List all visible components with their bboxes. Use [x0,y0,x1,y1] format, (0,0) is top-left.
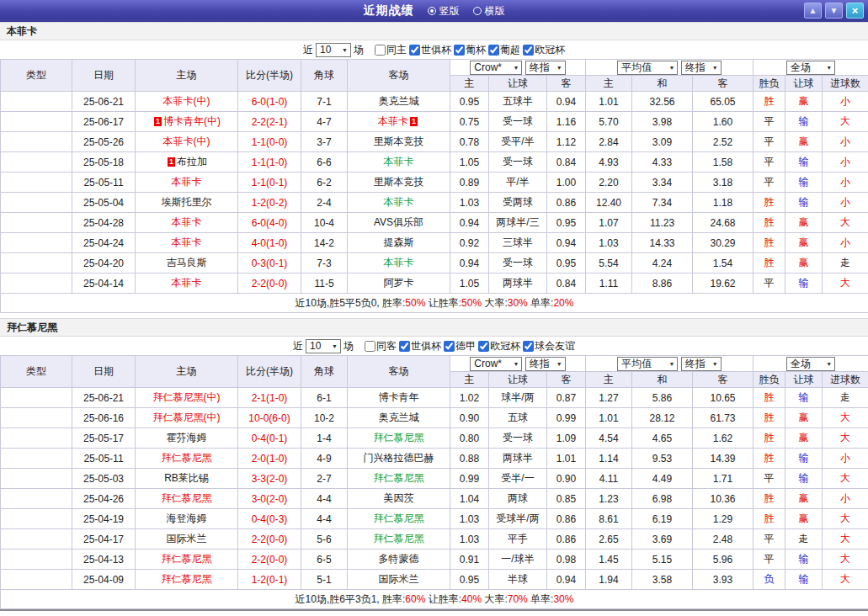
select-value: 平均值 [621,357,652,371]
radio-horizontal[interactable]: 横版 [473,4,505,19]
away-team-cell[interactable]: 奥克兰城 [348,408,450,428]
home-team-name: 本菲卡 [172,176,202,188]
table-row: 德甲25-05-11拜仁慕尼黑2-0(1-0)4-9门兴格拉德巴赫0.88两球半… [1,449,868,469]
away-team-cell[interactable]: 本菲卡 [348,193,450,213]
euro-draw-odds: 4.33 [632,152,693,173]
home-team-cell[interactable]: 本菲卡 [136,173,238,193]
home-team-cell[interactable]: 拜仁慕尼黑(中) [136,408,238,428]
checkbox-input[interactable] [454,45,465,56]
checkbox-input[interactable] [523,45,534,56]
checkbox-input[interactable] [365,341,375,352]
competition-filter-checkbox[interactable]: 世俱杯 [409,43,451,57]
col-header-euro-away: 客 [693,76,754,92]
away-team-cell[interactable]: 提森斯 [348,233,450,253]
away-team-cell[interactable]: 里斯本竞技 [348,132,450,152]
away-team-cell[interactable]: 拜仁慕尼黑 [348,428,450,449]
home-team-cell[interactable]: 拜仁慕尼黑 [136,550,238,570]
checkbox-input[interactable] [399,341,410,352]
match-count-select[interactable]: 10 ▼ [316,43,351,57]
same-venue-checkbox[interactable]: 同主 [375,43,407,57]
scope-select[interactable]: 全场▼ [786,61,835,75]
asian-final-odds-select[interactable]: 终指▼ [525,61,566,75]
euro-home-odds: 1.45 [586,550,632,570]
away-team-cell[interactable]: 本菲卡 [348,253,450,273]
same-venue-checkbox[interactable]: 同客 [365,339,397,353]
checkbox-input[interactable] [488,45,499,56]
checkbox-input[interactable] [444,341,455,352]
competition-filter-checkbox[interactable]: 球会友谊 [523,339,575,353]
asian-final-odds-select[interactable]: 终指▼ [525,357,566,371]
scope-select[interactable]: 全场▼ [786,357,835,371]
away-team-cell[interactable]: 拜仁慕尼黑 [348,529,450,550]
home-team-cell[interactable]: 拜仁慕尼黑 [136,449,238,469]
checkbox-label: 同主 [386,43,407,57]
euro-home-odds: 1.03 [586,233,632,253]
home-team-cell[interactable]: 本菲卡(中) [136,132,238,152]
checkbox-input[interactable] [375,45,386,56]
away-team-cell[interactable]: 拜仁慕尼黑 [348,509,450,529]
home-team-cell[interactable]: 国际米兰 [136,529,238,550]
checkbox-input[interactable] [409,45,420,56]
competition-filter-checkbox[interactable]: 德甲 [444,339,476,353]
away-team-cell[interactable]: 阿罗卡 [348,273,450,294]
euro-average-select[interactable]: 平均值▼ [617,61,678,75]
home-team-cell[interactable]: 1布拉加 [136,152,238,173]
away-team-cell[interactable]: 拜仁慕尼黑 [348,469,450,489]
move-up-button[interactable]: ▲ [804,3,822,19]
checkbox-input[interactable] [523,341,534,352]
result-goals: 大 [823,273,868,294]
select-value: Crow* [474,61,502,73]
home-team-cell[interactable]: 1博卡青年(中) [136,112,238,132]
close-button[interactable]: × [846,3,864,19]
away-team-cell[interactable]: 多特蒙德 [348,550,450,570]
home-team-cell[interactable]: 吉马良斯 [136,253,238,273]
competition-filter-checkbox[interactable]: 葡杯 [454,43,486,57]
radio-vertical[interactable]: 竖版 [428,4,460,19]
home-team-cell[interactable]: 埃斯托里尔 [136,193,238,213]
euro-draw-odds: 3.34 [632,173,693,193]
home-team-cell[interactable]: 本菲卡 [136,273,238,294]
move-down-button[interactable]: ▼ [825,3,843,19]
away-team-cell[interactable]: 奥克兰城 [348,92,450,112]
away-team-cell[interactable]: 本菲卡 [348,152,450,173]
competition-filter-checkbox[interactable]: 欧冠杯 [478,339,520,353]
chevron-down-icon: ▼ [668,361,674,367]
away-team-cell[interactable]: AVS俱乐部 [348,213,450,233]
result-handicap: 赢 [785,233,823,253]
away-team-cell[interactable]: 本菲卡1 [348,112,450,132]
odds-company-select[interactable]: Crow*▼ [470,357,522,371]
away-team-cell[interactable]: 博卡青年 [348,388,450,408]
competition-filter-checkbox[interactable]: 葡超 [488,43,520,57]
away-team-name: 提森斯 [384,236,414,248]
euro-away-odds: 3.93 [693,570,754,590]
euro-average-select[interactable]: 平均值▼ [617,357,678,371]
competition-filter-checkbox[interactable]: 欧冠杯 [523,43,565,57]
result-goals: 大 [823,408,868,428]
euro-final-odds-select[interactable]: 终指▼ [681,61,722,75]
away-team-cell[interactable]: 里斯本竞技 [348,173,450,193]
match-count-select[interactable]: 10 ▼ [306,339,341,353]
away-team-name: 拜仁慕尼黑 [374,472,424,484]
home-team-cell[interactable]: 拜仁慕尼黑 [136,570,238,590]
checkbox-input[interactable] [478,341,489,352]
away-team-cell[interactable]: 美因茨 [348,489,450,509]
away-team-cell[interactable]: 门兴格拉德巴赫 [348,449,450,469]
odds-company-select[interactable]: Crow*▼ [470,61,522,75]
away-team-cell[interactable]: 国际米兰 [348,570,450,590]
home-team-cell[interactable]: 本菲卡 [136,233,238,253]
euro-final-odds-select[interactable]: 终指▼ [681,357,722,371]
chevron-down-icon: ▼ [332,343,338,349]
table-row: 葡超25-04-28本菲卡6-0(4-0)10-4AVS俱乐部0.94两球半/三… [1,213,868,233]
home-team-cell[interactable]: 霍芬海姆 [136,428,238,449]
home-team-cell[interactable]: 拜仁慕尼黑 [136,489,238,509]
home-team-cell[interactable]: 本菲卡 [136,213,238,233]
result-outcome: 平 [754,469,785,489]
home-team-cell[interactable]: 拜仁慕尼黑(中) [136,388,238,408]
home-team-cell[interactable]: RB莱比锡 [136,469,238,489]
chevron-down-icon: ▼ [826,361,832,367]
home-team-cell[interactable]: 本菲卡(中) [136,92,238,112]
home-team-cell[interactable]: 海登海姆 [136,509,238,529]
summary-segment: 70% [508,593,528,605]
competition-filter-checkbox[interactable]: 世俱杯 [399,339,441,353]
euro-away-odds: 1.62 [693,428,754,449]
